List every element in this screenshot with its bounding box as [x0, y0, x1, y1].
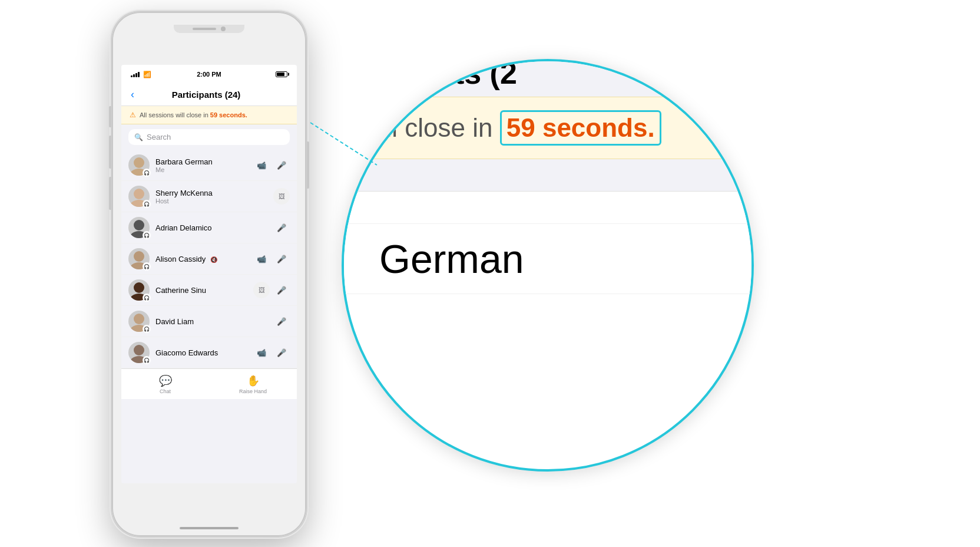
zoom-header: ipants (2 [344, 61, 751, 97]
svg-point-11 [134, 314, 144, 324]
mic-icon: 🎤 [273, 157, 290, 173]
participant-info: Adrian Delamico [155, 223, 267, 232]
image-icon: 🖼 [253, 282, 270, 298]
phone-speaker [193, 28, 216, 30]
tab-raise-hand-label: Raise Hand [239, 388, 267, 394]
participant-row[interactable]: 🎧 Adrian Delamico 🎤 [121, 212, 297, 243]
home-indicator [180, 527, 239, 529]
status-bar: 📶 2:00 PM [121, 65, 297, 84]
avatar-wrap: 🎧 [128, 342, 150, 363]
zoom-name-row: German [344, 224, 751, 294]
participant-row[interactable]: 🎧 Barbara German Me 📹 🎤 [121, 150, 297, 181]
participant-actions: 🎤 [273, 219, 290, 236]
headphone-badge: 🎧 [143, 356, 151, 364]
chat-icon: 💬 [159, 374, 172, 387]
signal-bar-3 [135, 73, 137, 77]
mic-muted-icon: 🎤 [273, 282, 290, 298]
mic-muted-icon: 🎤 [273, 219, 290, 236]
mute-indicator: 🔇 [210, 256, 217, 263]
participant-actions: 🖼 [273, 188, 290, 205]
mic-muted-icon: 🎤 [273, 251, 290, 267]
phone-camera [221, 27, 226, 31]
participant-name: Alison Cassidy 🔇 [155, 255, 247, 263]
headphone-badge: 🎧 [143, 231, 151, 239]
tab-bar: 💬 Chat ✋ Raise Hand [121, 368, 297, 399]
zoom-circle: ipants (2 will close in 59 seconds. Germ… [342, 59, 754, 472]
avatar-wrap: 🎧 [128, 186, 150, 207]
mic-muted-icon: 🎤 [273, 313, 290, 329]
video-icon: 📹 [253, 344, 270, 361]
zoom-content: ipants (2 will close in 59 seconds. Germ… [344, 61, 751, 469]
wifi-icon: 📶 [143, 71, 151, 78]
back-button[interactable]: ‹ [131, 88, 134, 101]
image-icon: 🖼 [273, 188, 290, 205]
zoom-header-title: ipants (2 [391, 61, 517, 91]
participant-info: Giacomo Edwards [155, 348, 247, 357]
participant-actions: 🖼 🎤 [253, 282, 290, 298]
participant-info: Catherine Sinu [155, 286, 247, 295]
search-placeholder: Search [147, 133, 171, 141]
svg-point-13 [134, 345, 144, 355]
tab-chat[interactable]: 💬 Chat [121, 369, 209, 399]
participant-name: Adrian Delamico [155, 223, 267, 232]
participant-row[interactable]: 🎧 Alison Cassidy 🔇 📹 🎤 [121, 243, 297, 275]
participant-actions: 🎤 [273, 313, 290, 329]
warning-text: All sessions will close in 59 seconds. [140, 111, 247, 118]
svg-point-7 [134, 251, 144, 262]
participant-info: Alison Cassidy 🔇 [155, 255, 247, 263]
headphone-badge: 🎧 [143, 325, 151, 333]
phone-button-volume-down [109, 177, 111, 210]
svg-point-5 [134, 220, 144, 230]
status-bar-right [276, 71, 287, 77]
participant-row[interactable]: 🎧 David Liam 🎤 [121, 306, 297, 337]
participant-actions: 📹 🎤 [253, 157, 290, 173]
participant-role: Me [155, 166, 247, 173]
svg-point-1 [134, 157, 144, 168]
participant-actions: 📹 🎤 [253, 251, 290, 267]
svg-point-9 [134, 282, 144, 293]
zoom-warning-text: will close in 59 seconds. [362, 110, 661, 146]
zoom-warning-banner: will close in 59 seconds. [344, 97, 751, 159]
status-bar-left: 📶 [131, 71, 151, 78]
zoom-separator-row [344, 159, 751, 192]
phone-button-mute [109, 106, 111, 127]
signal-bar-2 [133, 74, 135, 77]
page-title: Participants (24) [139, 90, 273, 100]
battery-icon [276, 71, 287, 77]
phone-button-volume-up [109, 136, 111, 169]
phone-top-bar [174, 25, 244, 33]
signal-bars [131, 71, 140, 77]
avatar-wrap: 🎧 [128, 311, 150, 332]
participant-name: Giacomo Edwards [155, 348, 247, 357]
avatar-wrap: 🎧 [128, 279, 150, 301]
participant-name: Sherry McKenna [155, 189, 267, 197]
participant-row[interactable]: 🎧 Catherine Sinu 🖼 🎤 [121, 275, 297, 306]
video-icon: 📹 [253, 157, 270, 173]
signal-bar-1 [131, 75, 133, 77]
participant-info: Sherry McKenna Host [155, 189, 267, 205]
headphone-badge: 🎧 [143, 262, 151, 271]
tab-chat-label: Chat [160, 388, 171, 394]
status-bar-time: 2:00 PM [197, 71, 221, 78]
warning-icon: ⚠ [130, 111, 136, 119]
headphone-badge: 🎧 [143, 294, 151, 302]
participant-info: Barbara German Me [155, 157, 247, 173]
search-bar[interactable]: 🔍 Search [128, 129, 290, 145]
video-icon: 📹 [253, 251, 270, 267]
participants-list[interactable]: 🎧 Barbara German Me 📹 🎤 [121, 150, 297, 368]
warning-countdown: 59 seconds. [210, 111, 247, 118]
warning-text-before: All sessions will close in [140, 111, 210, 118]
avatar-wrap: 🎧 [128, 248, 150, 269]
participant-row[interactable]: 🎧 Sherry McKenna Host 🖼 [121, 181, 297, 212]
mic-muted-icon: 🎤 [273, 344, 290, 361]
phone-screen: 📶 2:00 PM ‹ Participants (24) ⚠ All sess… [121, 65, 297, 483]
phone-mockup: 📶 2:00 PM ‹ Participants (24) ⚠ All sess… [112, 12, 306, 536]
zoom-warning-bold: 59 seconds. [500, 110, 661, 146]
participant-actions: 📹 🎤 [253, 344, 290, 361]
search-icon: 🔍 [134, 133, 143, 141]
signal-bar-4 [138, 72, 140, 77]
participant-name: Barbara German [155, 157, 247, 166]
tab-raise-hand[interactable]: ✋ Raise Hand [209, 369, 297, 399]
participant-row[interactable]: 🎧 Giacomo Edwards 📹 🎤 [121, 337, 297, 368]
app-header: ‹ Participants (24) [121, 84, 297, 106]
